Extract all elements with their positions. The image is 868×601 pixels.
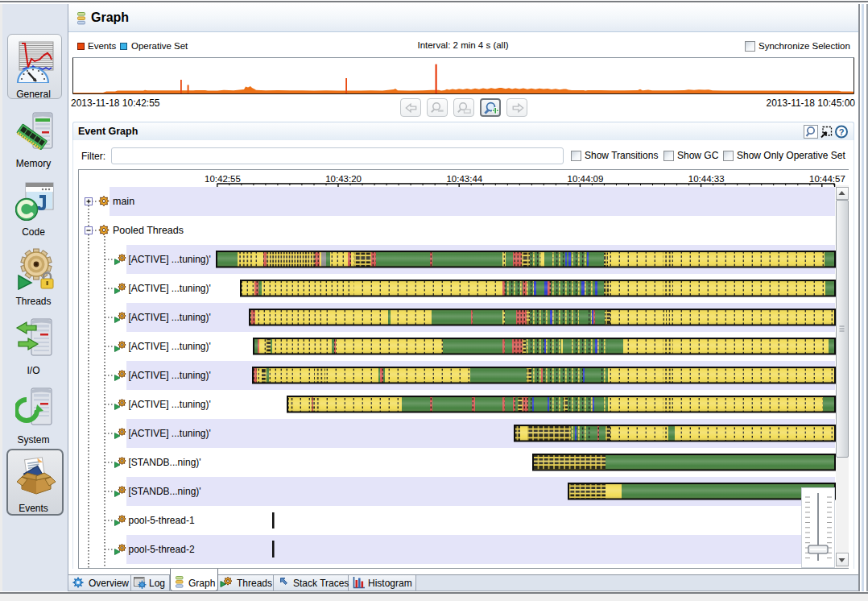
svg-text:[STANDB...ning)': [STANDB...ning)' [129,457,201,468]
svg-text:[ACTIVE] ...tuning)': [ACTIVE] ...tuning)' [129,283,211,294]
svg-text:10:43:44: 10:43:44 [446,174,482,184]
svg-text:[ACTIVE] ...tuning)': [ACTIVE] ...tuning)' [129,312,211,323]
svg-text:10:44:09: 10:44:09 [568,174,604,184]
svg-text:?: ? [839,127,845,137]
svg-text:[ACTIVE] ...tuning)': [ACTIVE] ...tuning)' [129,370,211,381]
svg-text:Pooled Threads: Pooled Threads [113,225,184,236]
svg-text:pool-5-thread-2: pool-5-thread-2 [129,544,195,555]
svg-text:[STANDB...ning)': [STANDB...ning)' [129,486,201,497]
svg-text:[ACTIVE] ...tuning)': [ACTIVE] ...tuning)' [129,428,211,439]
svg-text:[ACTIVE] ...tuning)': [ACTIVE] ...tuning)' [129,341,211,352]
svg-text:10:44:33: 10:44:33 [688,174,725,184]
svg-text:[ACTIVE] ...tuning)': [ACTIVE] ...tuning)' [129,399,211,410]
svg-text:10:43:20: 10:43:20 [325,174,362,184]
svg-text:main: main [113,196,134,207]
svg-text:10:44:57: 10:44:57 [809,174,845,184]
svg-text:[ACTIVE] ...tuning)': [ACTIVE] ...tuning)' [129,254,211,265]
svg-text:pool-5-thread-1: pool-5-thread-1 [129,515,195,526]
svg-text:10:42:55: 10:42:55 [205,174,241,184]
